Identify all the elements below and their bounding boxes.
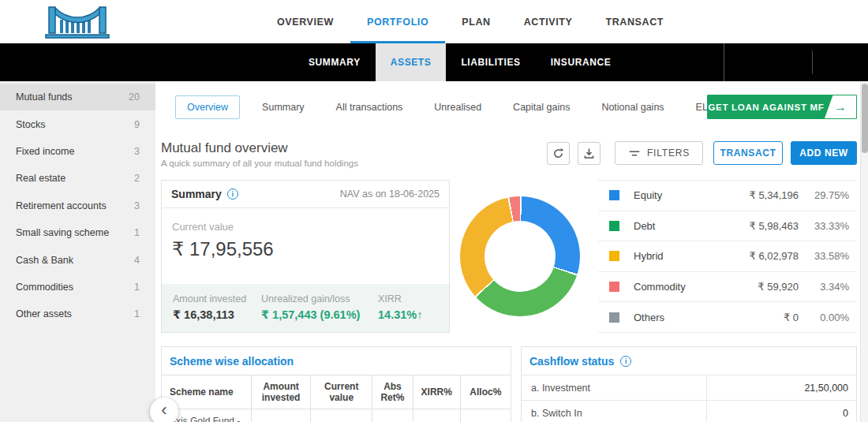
- legend-percent: 29.75%: [799, 189, 855, 201]
- nav-transact[interactable]: TRANSACT: [589, 0, 680, 43]
- download-icon: [582, 147, 596, 160]
- filters-button[interactable]: FILTERS: [615, 141, 703, 165]
- sidebar-item-fixed-income[interactable]: Fixed income 3: [0, 138, 155, 165]
- col-header-alloc[interactable]: Alloc%: [460, 375, 511, 409]
- sidebar-item-label: Cash & Bank: [16, 255, 73, 266]
- filters-label: FILTERS: [647, 148, 690, 159]
- refresh-icon: [552, 147, 565, 160]
- current-value-label: Current value: [172, 221, 439, 233]
- top-header: OVERVIEW PORTFOLIO PLAN ACTIVITY TRANSAC…: [0, 0, 868, 43]
- legend-label: Others: [634, 312, 728, 323]
- sidebar-item-other-assets[interactable]: Other assets 1: [0, 301, 155, 327]
- subnav-divider: [812, 50, 813, 74]
- current-value: ₹ 17,95,556: [172, 238, 439, 260]
- get-loan-button[interactable]: GET LOAN AGAINST MF →: [707, 95, 857, 119]
- add-new-button[interactable]: ADD NEW: [791, 141, 857, 165]
- alloc-cell: [460, 409, 511, 422]
- summary-title: Summary: [171, 188, 222, 200]
- cashflow-row-value: 0: [707, 408, 856, 419]
- sidebar-item-mutual-funds[interactable]: Mutual funds 20: [0, 84, 155, 110]
- unrealized-gain-label: Unrealized gain/loss: [261, 293, 378, 304]
- info-icon[interactable]: i: [620, 356, 631, 367]
- sidebar-item-count: 1: [134, 227, 140, 238]
- abs-ret-cell: [372, 409, 413, 422]
- cashflow-row-label: b. Switch In: [522, 401, 707, 422]
- col-header-abs-ret[interactable]: Abs Ret%: [372, 375, 413, 409]
- legend-row-equity[interactable]: Equity ₹ 5,34,196 29.75%: [598, 181, 857, 211]
- brand-logo[interactable]: [41, 4, 114, 43]
- summary-card: Summary i NAV as on 18-06-2025 Current v…: [161, 180, 450, 333]
- sidebar-item-small-saving-scheme[interactable]: Small saving scheme 1: [0, 219, 155, 246]
- sidebar-item-real-estate[interactable]: Real estate 2: [0, 165, 155, 192]
- tab-capital-gains[interactable]: Capital gains: [513, 102, 570, 113]
- cashflow-row-value: 21,50,000: [707, 383, 856, 394]
- nav-plan[interactable]: PLAN: [445, 0, 507, 43]
- legend-percent: 3.34%: [799, 281, 855, 293]
- nav-activity[interactable]: ACTIVITY: [507, 0, 589, 43]
- scheme-table-title: Scheme wise allocation: [170, 355, 294, 368]
- bridge-logo-icon: [41, 4, 114, 40]
- bottom-tables-row: Scheme wise allocation Scheme name Amoun…: [161, 346, 857, 422]
- sidebar-item-count: 3: [134, 200, 140, 211]
- hybrid-swatch-icon: [609, 251, 619, 261]
- sidebar-item-stocks[interactable]: Stocks 9: [0, 110, 155, 137]
- sidebar-item-retirement-accounts[interactable]: Retirement accounts 3: [0, 192, 155, 219]
- nav-portfolio[interactable]: PORTFOLIO: [350, 0, 445, 43]
- main-nav: OVERVIEW PORTFOLIO PLAN ACTIVITY TRANSAC…: [260, 0, 680, 43]
- scrollbar-thumb[interactable]: [862, 84, 868, 153]
- legend-label: Hybrid: [634, 250, 728, 262]
- sidebar-item-count: 9: [134, 119, 140, 130]
- tab-overview[interactable]: Overview: [175, 95, 240, 119]
- tab-summary[interactable]: Summary: [262, 102, 304, 113]
- cashflow-row-label: a. Investment: [522, 375, 707, 400]
- donut-hole: [485, 221, 556, 292]
- donut-chart[interactable]: [460, 196, 580, 316]
- sidebar-item-commodities[interactable]: Commodities 1: [0, 274, 155, 301]
- legend-label: Commodity: [634, 281, 728, 293]
- sidebar-item-count: 3: [134, 146, 140, 157]
- sidebar-item-count: 1: [134, 308, 140, 319]
- sidebar-item-label: Commodities: [16, 282, 73, 293]
- others-swatch-icon: [609, 312, 619, 323]
- sidebar-collapse-button[interactable]: ‹: [150, 398, 178, 422]
- legend-row-others[interactable]: Others ₹ 0 0.00%: [598, 302, 857, 333]
- legend-percent: 0.00%: [799, 312, 855, 323]
- download-button[interactable]: [578, 142, 600, 165]
- up-arrow-icon: ↑: [417, 308, 422, 321]
- legend-row-hybrid[interactable]: Hybrid ₹ 6,02,978 33.58%: [598, 241, 857, 272]
- subnav-assets[interactable]: ASSETS: [376, 43, 447, 81]
- scheme-table: Scheme name Amount invested Current valu…: [162, 375, 511, 422]
- legend-row-debt[interactable]: Debt ₹ 5,98,463 33.33%: [598, 211, 857, 242]
- sidebar-item-cash-bank[interactable]: Cash & Bank 4: [0, 246, 155, 273]
- sidebar-item-label: Stocks: [16, 119, 46, 130]
- subnav-summary[interactable]: SUMMARY: [294, 43, 376, 81]
- xirr-cell: [413, 409, 460, 422]
- debt-swatch-icon: [609, 221, 619, 231]
- tab-unrealised[interactable]: Unrealised: [434, 102, 481, 113]
- commodity-swatch-icon: [609, 282, 619, 292]
- filter-icon: [628, 149, 641, 158]
- col-header-current-value[interactable]: Current value: [311, 375, 372, 409]
- legend-amount: ₹ 5,98,463: [728, 220, 799, 232]
- legend-row-commodity[interactable]: Commodity ₹ 59,920 3.34%: [598, 272, 857, 303]
- subnav-insurance[interactable]: INSURANCE: [536, 43, 627, 81]
- xirr-value: 14.31%: [378, 308, 417, 321]
- legend-label: Debt: [634, 220, 728, 232]
- legend-label: Equity: [634, 189, 728, 201]
- get-loan-label: GET LOAN AGAINST MF: [708, 103, 825, 112]
- table-row[interactable]: Axis Gold Fund -: [162, 409, 511, 422]
- vertical-scrollbar[interactable]: [860, 81, 868, 422]
- sidebar-item-label: Other assets: [16, 308, 72, 319]
- refresh-button[interactable]: [547, 142, 570, 165]
- transact-button[interactable]: TRANSACT: [713, 141, 783, 165]
- tab-all-transactions[interactable]: All transactions: [336, 102, 403, 113]
- legend-amount: ₹ 59,920: [728, 281, 799, 293]
- col-header-amount-invested[interactable]: Amount invested: [251, 375, 311, 409]
- tab-notional-gains[interactable]: Notional gains: [601, 102, 664, 113]
- info-icon[interactable]: i: [227, 189, 238, 200]
- nav-overview[interactable]: OVERVIEW: [260, 0, 350, 43]
- subnav-liabilities[interactable]: LIABILITIES: [446, 43, 535, 81]
- col-header-xirr[interactable]: XIRR%: [413, 375, 460, 409]
- amount-invested-label: Amount invested: [173, 293, 261, 304]
- sidebar-item-label: Retirement accounts: [16, 200, 107, 211]
